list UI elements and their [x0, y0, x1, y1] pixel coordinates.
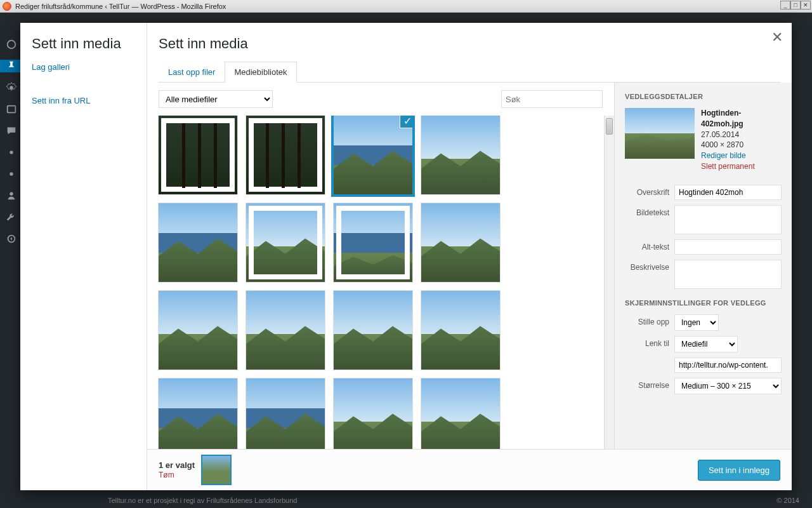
maximize-button[interactable]: □: [790, 1, 801, 10]
window-title: Rediger friluftsråd/kommune ‹ TellTur — …: [15, 3, 226, 10]
firefox-icon: [3, 2, 11, 11]
titlebar: Rediger friluftsråd/kommune ‹ TellTur — …: [0, 0, 812, 13]
minimize-button[interactable]: _: [780, 1, 790, 10]
close-window-button[interactable]: ✕: [801, 1, 811, 10]
